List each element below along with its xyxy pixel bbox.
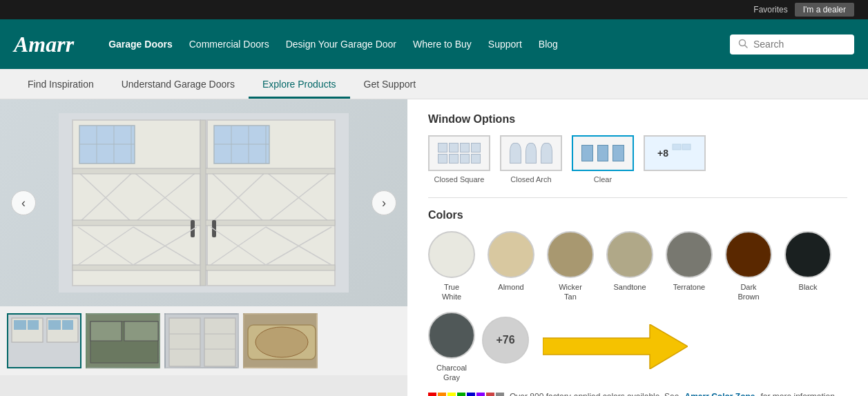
svg-rect-40 [14,320,26,330]
svg-rect-59 [682,144,691,150]
color-true-white[interactable]: TrueWhite [428,231,475,302]
color-label-dark-brown: DarkBrown [737,282,759,302]
color-charcoal-gray[interactable]: CharcoalGray [428,312,475,383]
factory-note-suffix: for more information. [760,392,837,396]
window-more-label [673,175,675,184]
color-circle-almond [488,231,534,278]
color-terratone[interactable]: Terratone [666,231,713,302]
color-circle-wicker-tan [547,231,594,278]
color-sandtone[interactable]: Sandtone [606,231,653,302]
color-almond[interactable]: Almond [488,231,534,302]
window-options: Closed Square Closed Arch [428,135,847,184]
svg-rect-46 [90,321,122,341]
thumbnail-3[interactable] [164,313,239,368]
color-label-true-white: TrueWhite [442,282,461,302]
window-closed-arch[interactable]: Closed Arch [500,135,562,184]
color-label-wicker-tan: WickerTan [559,282,582,302]
nav-support[interactable]: Support [488,39,522,50]
window-closed-square[interactable]: Closed Square [428,135,490,184]
window-clear[interactable]: Clear [572,135,634,184]
svg-rect-50 [204,318,235,366]
search-icon [738,39,748,50]
chip-gray [496,393,504,396]
svg-point-57 [255,327,308,357]
window-closed-arch-label: Closed Arch [510,175,551,184]
yellow-arrow [543,324,688,369]
thumbnail-1[interactable] [7,313,81,368]
chip-red [428,393,436,396]
color-label-black: Black [799,282,818,292]
svg-rect-58 [673,144,681,150]
divider-1 [428,197,847,198]
color-label-charcoal: CharcoalGray [436,363,467,383]
chip-yellow [447,393,456,396]
color-circle-black [784,231,831,278]
color-label-terratone: Terratone [673,282,705,292]
window-more[interactable]: +8 [644,135,706,184]
window-closed-square-img [428,135,490,171]
subnav-find-inspiration[interactable]: Find Inspiration [14,72,108,99]
svg-line-1 [745,45,748,48]
nav-garage-doors[interactable]: Garage Doors [108,39,173,50]
chip-dark-red [486,393,494,396]
color-circle-true-white [428,231,475,278]
prev-arrow[interactable]: ‹ [11,190,36,215]
factory-note: Over 800 factory-applied colors availabl… [428,392,847,396]
window-options-title: Window Options [428,113,847,126]
nav-where-to-buy[interactable]: Where to Buy [413,39,472,50]
more-colors[interactable]: +76 [482,317,529,377]
chip-green [457,393,465,396]
more-colors-label [504,368,506,377]
color-black[interactable]: Black [784,231,831,302]
chip-purple [476,393,485,396]
nav-design[interactable]: Design Your Garage Door [286,39,396,50]
amarr-color-zone-link[interactable]: Amarr Color Zone [684,392,755,396]
color-dark-brown[interactable]: DarkBrown [725,231,772,302]
search-input[interactable] [753,39,846,50]
color-circle-dark-brown [725,231,772,278]
logo[interactable]: Amarr [14,32,74,57]
thumbnail-4[interactable] [243,313,318,368]
chip-blue [467,393,475,396]
chip-orange [438,393,446,396]
main-nav: Garage Doors Commercial Doors Design You… [108,39,709,50]
dealer-button[interactable]: I'm a dealer [795,3,854,17]
color-row-2: CharcoalGray +76 [428,312,847,383]
thumbnails [0,306,407,375]
color-label-almond: Almond [498,282,523,292]
svg-rect-49 [169,318,200,366]
subnav-support[interactable]: Get Support [350,72,430,99]
left-panel: ‹ [0,99,407,396]
color-circle-sandtone [606,231,653,278]
more-colors-circle[interactable]: +76 [482,317,529,364]
next-arrow[interactable]: › [372,190,396,215]
svg-rect-41 [28,320,39,330]
window-closed-arch-img [500,135,562,171]
header: Amarr Garage Doors Commercial Doors Desi… [0,19,868,69]
window-closed-square-label: Closed Square [434,175,485,184]
right-panel: Window Options Closed Square [407,99,868,396]
svg-rect-26 [200,120,206,286]
factory-note-text: Over 800 factory-applied colors availabl… [510,392,679,396]
nav-commercial-doors[interactable]: Commercial Doors [189,39,269,50]
color-chips [428,393,504,396]
svg-rect-43 [62,320,73,330]
sub-nav: Find Inspiration Understand Garage Doors… [0,69,868,99]
favorites-link[interactable]: Favorites [753,5,787,14]
nav-blog[interactable]: Blog [539,39,558,50]
color-label-sandtone: Sandtone [613,282,646,292]
color-circle-charcoal [428,312,475,359]
color-wicker-tan[interactable]: WickerTan [547,231,594,302]
subnav-understand[interactable]: Understand Garage Doors [108,72,249,99]
door-image-container: ‹ [0,99,407,306]
arrow-container [543,324,688,369]
svg-marker-60 [543,324,688,369]
color-circle-terratone [666,231,713,278]
thumbnail-2[interactable] [86,313,160,368]
search-box [730,34,854,55]
subnav-explore[interactable]: Explore Products [249,72,350,99]
window-clear-label: Clear [594,175,612,184]
svg-rect-47 [124,321,158,341]
window-more-badge: +8 [644,135,706,171]
colors-grid: TrueWhite Almond WickerTan Sandtone Terr… [428,231,847,302]
